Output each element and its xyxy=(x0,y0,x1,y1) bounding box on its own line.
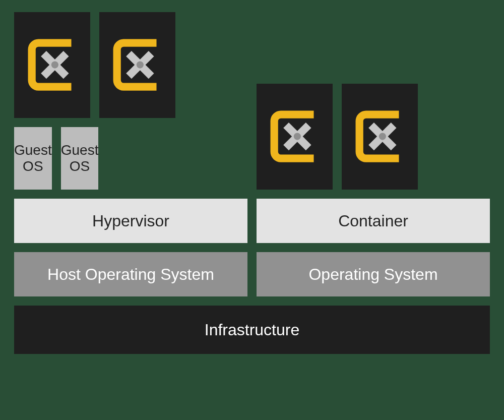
svg-point-8 xyxy=(294,133,301,140)
guest-os-label: Guest OS xyxy=(61,127,99,190)
svg-point-11 xyxy=(379,133,386,140)
app-icon xyxy=(257,84,333,190)
infrastructure-label: Infrastructure xyxy=(14,306,490,354)
host-os-label: Host Operating System xyxy=(14,252,247,296)
app-icon xyxy=(14,12,90,118)
app-icon xyxy=(99,12,175,118)
app-icon xyxy=(342,84,418,190)
guest-os-label: Guest OS xyxy=(14,127,52,190)
svg-point-5 xyxy=(137,62,144,69)
platform-container: Container xyxy=(257,199,490,243)
platform-hypervisor: Hypervisor xyxy=(14,199,247,243)
svg-point-2 xyxy=(51,62,58,69)
os-label: Operating System xyxy=(257,252,490,296)
